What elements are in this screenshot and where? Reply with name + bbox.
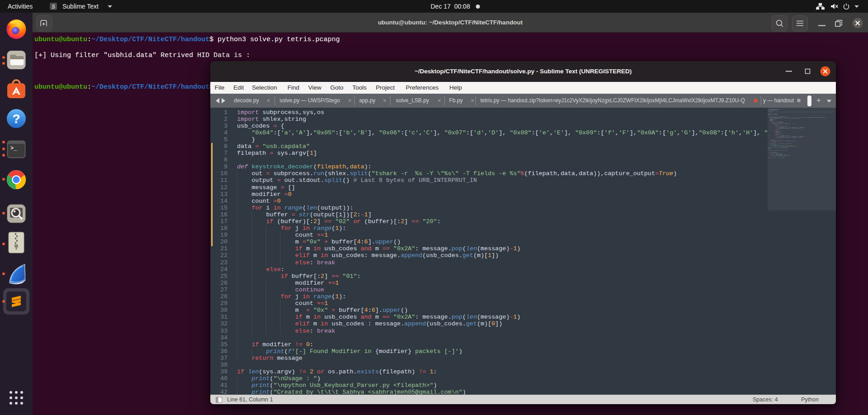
svg-text:S: S bbox=[52, 4, 55, 10]
svg-text:?: ? bbox=[12, 112, 20, 126]
svg-text:>_: >_ bbox=[10, 145, 17, 152]
